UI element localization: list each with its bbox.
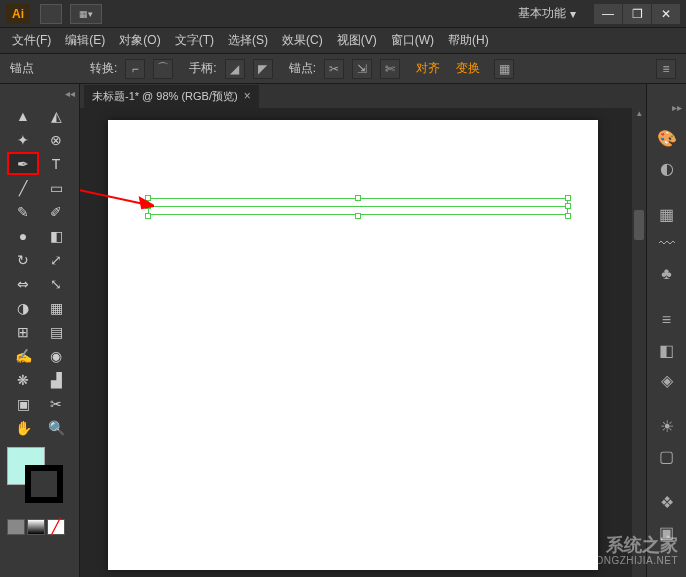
menu-select[interactable]: 选择(S) [222, 29, 274, 52]
color-mode-gradient[interactable] [27, 519, 45, 535]
tab-close-icon[interactable]: × [244, 89, 251, 103]
maximize-button[interactable]: ❐ [623, 4, 651, 24]
fill-stroke-control[interactable] [7, 447, 71, 511]
color-icon[interactable]: 🎨 [653, 126, 681, 150]
symbol-sprayer-tool[interactable]: ❋ [7, 368, 39, 391]
selection-handle[interactable] [565, 203, 571, 209]
selection-handle[interactable] [355, 195, 361, 201]
menu-object[interactable]: 对象(O) [113, 29, 166, 52]
lasso-tool[interactable]: ⊗ [40, 128, 72, 151]
menubar: 文件(F) 编辑(E) 对象(O) 文字(T) 选择(S) 效果(C) 视图(V… [0, 28, 686, 54]
selection-tool[interactable]: ▲ [7, 104, 39, 127]
anchor-label: 锚点 [10, 60, 34, 77]
selection-handle[interactable] [145, 195, 151, 201]
swatches-icon[interactable]: ▦ [653, 202, 681, 226]
handle-label: 手柄: [189, 60, 216, 77]
line-tool[interactable]: ╱ [7, 176, 39, 199]
stroke-icon[interactable]: ≡ [653, 308, 681, 332]
stroke-swatch[interactable] [25, 465, 63, 503]
document-tab[interactable]: 未标题-1* @ 98% (RGB/预览) × [84, 85, 259, 108]
color-mode-none[interactable]: ╱ [47, 519, 65, 535]
arrange-docs-dropdown[interactable]: ▦▾ [70, 4, 102, 24]
rotate-tool[interactable]: ↻ [7, 248, 39, 271]
selected-path[interactable] [148, 198, 568, 216]
artboard-tool[interactable]: ▣ [7, 392, 39, 415]
menu-edit[interactable]: 编辑(E) [59, 29, 111, 52]
pen-tool[interactable]: ✒ [7, 152, 39, 175]
convert-smooth-icon[interactable]: ⌒ [153, 59, 173, 79]
menu-help[interactable]: 帮助(H) [442, 29, 495, 52]
menu-window[interactable]: 窗口(W) [385, 29, 440, 52]
chevron-down-icon: ▾ [570, 7, 576, 21]
blob-brush-tool[interactable]: ● [7, 224, 39, 247]
perspective-grid-tool[interactable]: ▦ [40, 296, 72, 319]
free-transform-tool[interactable]: ⤡ [40, 272, 72, 295]
menu-file[interactable]: 文件(F) [6, 29, 57, 52]
anchors-label: 锚点: [289, 60, 316, 77]
artboard[interactable] [108, 120, 598, 570]
scroll-up-icon[interactable]: ▴ [632, 108, 646, 120]
convert-corner-icon[interactable]: ⌐ [125, 59, 145, 79]
magic-wand-tool[interactable]: ✦ [7, 128, 39, 151]
type-tool[interactable]: T [40, 152, 72, 175]
mesh-tool[interactable]: ⊞ [7, 320, 39, 343]
selection-handle[interactable] [355, 213, 361, 219]
document-tab-title: 未标题-1* @ 98% (RGB/预览) [92, 89, 238, 104]
bridge-icon[interactable] [40, 4, 62, 24]
eraser-tool[interactable]: ◧ [40, 224, 72, 247]
menu-view[interactable]: 视图(V) [331, 29, 383, 52]
gradient-tool[interactable]: ▤ [40, 320, 72, 343]
minimize-button[interactable]: — [594, 4, 622, 24]
remove-anchor-icon[interactable]: ✂ [324, 59, 344, 79]
handle-hide-icon[interactable]: ◤ [253, 59, 273, 79]
hand-tool[interactable]: ✋ [7, 416, 39, 439]
gradient-icon[interactable]: ◧ [653, 338, 681, 362]
color-guide-icon[interactable]: ◐ [653, 156, 681, 180]
isolate-icon[interactable]: ▦ [494, 59, 514, 79]
transform-link[interactable]: 变换 [456, 60, 480, 77]
transparency-icon[interactable]: ◈ [653, 368, 681, 392]
selection-handle[interactable] [145, 213, 151, 219]
svg-line-0 [80, 188, 144, 204]
controlbar-menu-icon[interactable]: ≡ [656, 59, 676, 79]
connect-anchor-icon[interactable]: ⇲ [352, 59, 372, 79]
artboards-icon[interactable]: ▣ [653, 520, 681, 544]
selection-handle[interactable] [565, 195, 571, 201]
handle-show-icon[interactable]: ◢ [225, 59, 245, 79]
selection-handle[interactable] [145, 203, 151, 209]
color-mode-normal[interactable] [7, 519, 25, 535]
close-button[interactable]: ✕ [652, 4, 680, 24]
zoom-tool[interactable]: 🔍 [40, 416, 72, 439]
vertical-scrollbar[interactable]: ▴ [632, 108, 646, 577]
window-controls: — ❐ ✕ [594, 4, 680, 24]
appearance-icon[interactable]: ☀ [653, 414, 681, 438]
selection-handle[interactable] [565, 213, 571, 219]
shape-builder-tool[interactable]: ◑ [7, 296, 39, 319]
scale-tool[interactable]: ⤢ [40, 248, 72, 271]
eyedropper-tool[interactable]: ✍ [7, 344, 39, 367]
tools-collapse-icon[interactable]: ◂◂ [0, 84, 79, 102]
right-panel-collapse-icon[interactable]: ▸▸ [647, 102, 686, 120]
brushes-icon[interactable]: 〰 [653, 232, 681, 256]
tools-panel: ◂◂ ▲ ◭ ✦ ⊗ ✒ T ╱ ▭ ✎ ✐ ● ◧ ↻ ⤢ ⇔ ⤡ ◑ ▦ ⊞… [0, 84, 80, 577]
menu-effect[interactable]: 效果(C) [276, 29, 329, 52]
main-area: ◂◂ ▲ ◭ ✦ ⊗ ✒ T ╱ ▭ ✎ ✐ ● ◧ ↻ ⤢ ⇔ ⤡ ◑ ▦ ⊞… [0, 84, 686, 577]
column-graph-tool[interactable]: ▟ [40, 368, 72, 391]
workspace-switcher[interactable]: 基本功能 ▾ [510, 3, 584, 24]
layers-icon[interactable]: ❖ [653, 490, 681, 514]
direct-selection-tool[interactable]: ◭ [40, 104, 72, 127]
menu-type[interactable]: 文字(T) [169, 29, 220, 52]
brush-tool[interactable]: ✎ [7, 200, 39, 223]
width-tool[interactable]: ⇔ [7, 272, 39, 295]
cut-path-icon[interactable]: ✄ [380, 59, 400, 79]
symbols-icon[interactable]: ♣ [653, 262, 681, 286]
rectangle-tool[interactable]: ▭ [40, 176, 72, 199]
scroll-thumb[interactable] [634, 210, 644, 240]
pencil-tool[interactable]: ✐ [40, 200, 72, 223]
graphic-styles-icon[interactable]: ▢ [653, 444, 681, 468]
document-area: 未标题-1* @ 98% (RGB/预览) × [80, 84, 646, 577]
slice-tool[interactable]: ✂ [40, 392, 72, 415]
align-link[interactable]: 对齐 [416, 60, 440, 77]
blend-tool[interactable]: ◉ [40, 344, 72, 367]
canvas[interactable] [80, 108, 646, 577]
